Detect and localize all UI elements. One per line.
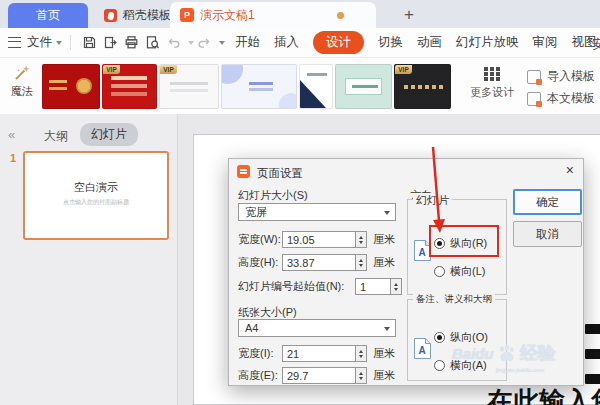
magic-button[interactable]: 魔法 <box>4 64 40 99</box>
paper-width-label: 宽度(I): <box>238 346 282 361</box>
number-start-label: 幻灯片编号起始值(N): <box>238 279 355 294</box>
tab-slides[interactable]: 幻灯片 <box>80 123 138 146</box>
number-start-stepper[interactable] <box>391 278 402 295</box>
template-thumb-6[interactable] <box>335 64 392 109</box>
menu-item-insert[interactable]: 插入 <box>274 34 299 51</box>
slide-content-bar <box>585 324 600 334</box>
tab-docer-templates[interactable]: 稻壳模板 <box>94 3 181 28</box>
stepper-down-icon <box>359 377 363 382</box>
paper-size-value: A4 <box>245 322 258 334</box>
slide-content-bar <box>585 374 600 384</box>
slide-thumb-title: 空白演示 <box>25 180 167 195</box>
unit-label: 厘米 <box>373 255 395 270</box>
vip-badge: VIP <box>103 65 120 74</box>
stepper-up-icon <box>359 257 363 262</box>
radio-slides-portrait[interactable]: 纵向(R) <box>434 236 487 251</box>
paper-height-row: 高度(E): 29.7 厘米 <box>238 367 395 384</box>
tab-document[interactable]: P 演示文稿1 <box>170 2 376 28</box>
import-template-button[interactable]: 导入模板 <box>527 67 595 86</box>
slide-thumb-subtitle: 点击输入您的封面副标题 <box>25 198 167 207</box>
output-button[interactable] <box>100 32 121 53</box>
template-thumb-1[interactable] <box>42 64 100 109</box>
new-tab-button[interactable]: + <box>397 3 421 27</box>
radio-label: 纵向(R) <box>450 236 487 251</box>
radio-label: 纵向(O) <box>450 330 488 345</box>
slide-width-input[interactable]: 19.05 <box>282 231 356 248</box>
template-thumb-5[interactable] <box>299 64 333 109</box>
tab-document-label: 演示文稿1 <box>200 7 255 24</box>
ok-button[interactable]: 确定 <box>513 189 582 215</box>
template-decor <box>352 85 378 88</box>
menu-item-home[interactable]: 开始 <box>235 34 260 51</box>
unit-label: 厘米 <box>373 232 395 247</box>
radio-notes-portrait[interactable]: 纵向(O) <box>434 330 488 345</box>
paper-width-input[interactable]: 21 <box>282 345 356 362</box>
menu-item-security-partial[interactable]: 安 <box>592 36 600 53</box>
hamburger-menu-icon[interactable] <box>8 37 21 48</box>
radio-notes-landscape[interactable]: 横向(A) <box>434 358 487 373</box>
menu-item-animation[interactable]: 动画 <box>417 34 442 51</box>
doc-template-label: 本文模板 <box>547 90 595 107</box>
page-setup-dialog: 页面设置 × 幻灯片大小(S) 宽屏 宽度(W): 19.05 厘米 高度(H)… <box>228 158 584 386</box>
toolbar-more-caret-icon[interactable] <box>219 41 225 48</box>
portrait-page-icon: A <box>414 240 431 261</box>
menu-item-design[interactable]: 设计 <box>313 31 364 54</box>
slide-width-row: 宽度(W): 19.05 厘米 <box>238 231 395 248</box>
template-gallery: VIP VIP VIP <box>42 64 451 109</box>
stepper-up-icon <box>394 281 398 286</box>
template-thumb-7[interactable]: VIP <box>394 64 451 109</box>
tab-home[interactable]: 首页 <box>8 3 88 28</box>
slide-content-bar <box>585 349 600 359</box>
slide-text-placeholder[interactable]: 在此输入您 <box>487 384 600 405</box>
wps-presentation-window: 首页 稻壳模板 P 演示文稿1 + 文件 <box>0 0 600 405</box>
slide-thumbnail-1[interactable]: 空白演示 点击输入您的封面副标题 <box>23 151 169 240</box>
radio-selected-icon <box>434 238 445 249</box>
redo-button[interactable] <box>194 32 215 53</box>
radio-label: 横向(L) <box>450 264 485 279</box>
collapse-panel-button[interactable]: « <box>8 127 15 142</box>
print-preview-button[interactable] <box>142 32 163 53</box>
menu-item-transitions[interactable]: 切换 <box>378 34 403 51</box>
tab-outline[interactable]: 大纲 <box>44 128 68 145</box>
number-start-input[interactable]: 1 <box>355 278 391 295</box>
menu-item-review[interactable]: 审阅 <box>533 34 558 51</box>
stepper-up-icon <box>359 370 363 375</box>
cancel-button[interactable]: 取消 <box>513 221 582 247</box>
doc-template-button[interactable]: 本文模板 <box>527 89 595 108</box>
print-button[interactable] <box>121 32 142 53</box>
paper-height-stepper[interactable] <box>356 367 367 384</box>
undo-button[interactable] <box>163 32 184 53</box>
slide-height-label: 高度(H): <box>238 255 282 270</box>
save-icon <box>82 35 97 50</box>
slide-height-stepper[interactable] <box>356 254 367 271</box>
docer-icon <box>104 9 117 22</box>
radio-slides-landscape[interactable]: 横向(L) <box>434 264 485 279</box>
template-thumb-4[interactable] <box>221 64 297 109</box>
template-decor <box>307 73 327 76</box>
more-designs-button[interactable]: 更多设计 <box>464 66 520 100</box>
slides-panel: « 大纲 幻灯片 1 空白演示 点击输入您的封面副标题 <box>0 114 178 405</box>
radio-label: 横向(A) <box>450 358 487 373</box>
import-template-label: 导入模板 <box>547 68 595 85</box>
slides-group-legend: 幻灯片 <box>413 193 452 208</box>
paper-height-input[interactable]: 29.7 <box>282 367 356 384</box>
stepper-down-icon <box>359 355 363 360</box>
paper-width-stepper[interactable] <box>356 345 367 362</box>
template-thumb-2[interactable]: VIP <box>102 64 157 109</box>
menu-item-slideshow[interactable]: 幻灯片放映 <box>456 34 519 51</box>
slide-height-input[interactable]: 33.87 <box>282 254 356 271</box>
dialog-title: 页面设置 <box>257 166 303 181</box>
slide-width-stepper[interactable] <box>356 231 367 248</box>
paper-height-label: 高度(E): <box>238 368 282 383</box>
template-actions: 导入模板 本文模板 <box>527 67 595 111</box>
file-menu[interactable]: 文件 <box>27 34 52 51</box>
template-thumb-3[interactable]: VIP <box>159 64 219 109</box>
save-button[interactable] <box>79 32 100 53</box>
template-decor <box>249 82 273 85</box>
dialog-close-button[interactable]: × <box>566 162 574 178</box>
svg-text:A: A <box>418 247 425 258</box>
slide-size-select[interactable]: 宽屏 <box>238 203 396 221</box>
paper-size-select[interactable]: A4 <box>238 319 396 337</box>
slide-width-label: 宽度(W): <box>238 232 282 247</box>
stepper-up-icon <box>359 234 363 239</box>
